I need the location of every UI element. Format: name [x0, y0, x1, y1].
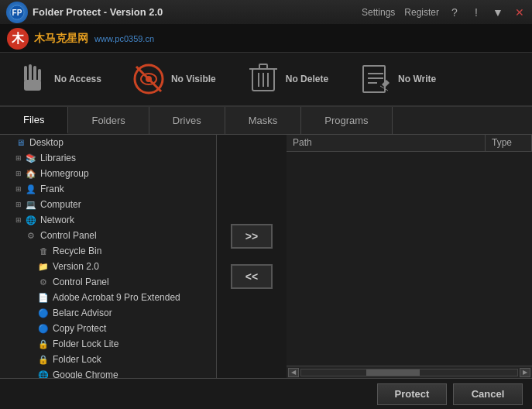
tree-item[interactable]: 🗑Recycle Bin: [0, 243, 216, 259]
tree-item[interactable]: ⊞👤Frank: [0, 181, 216, 197]
type-column-header: Type: [486, 135, 532, 151]
tree-item[interactable]: 🌐Google Chrome: [0, 367, 216, 378]
tree-item-label: Belarc Advisor: [53, 308, 112, 318]
tree-item[interactable]: ⊞💻Computer: [0, 197, 216, 212]
tree-item[interactable]: 🔵Copy Protect: [0, 321, 216, 336]
tree-item-label: Adobe Acrobat 9 Pro Extended: [53, 292, 180, 303]
tree-item-label: Computer: [40, 199, 81, 210]
tree-item[interactable]: 🔒Folder Lock: [0, 352, 216, 367]
no-visible-label: No Visible: [171, 74, 216, 84]
scroll-left-button[interactable]: ◀: [288, 368, 299, 377]
site-name: 木马克星网: [34, 32, 88, 46]
main-content: 🖥Desktop⊞📚Libraries⊞🏠Homegroup⊞👤Frank⊞💻C…: [0, 135, 532, 378]
tab-drives[interactable]: Drives: [149, 107, 225, 134]
no-access-label: No Access: [54, 74, 101, 84]
scroll-thumb: [366, 369, 420, 376]
tree-expand-icon: [26, 293, 36, 302]
tree-item[interactable]: ⊞📚Libraries: [0, 150, 216, 166]
tree-expand-icon: [26, 246, 36, 256]
tree-item-icon: 🗑: [37, 245, 50, 257]
tree-item-label: Frank: [40, 184, 64, 194]
tree-item-icon: 🌐: [25, 214, 37, 226]
tree-expand-icon: [26, 324, 36, 333]
tree-item[interactable]: 🔒Folder Lock Lite: [0, 336, 216, 352]
path-column-header: Path: [287, 135, 486, 151]
protect-button[interactable]: Protect: [377, 383, 447, 405]
tree-item[interactable]: 📄Adobe Acrobat 9 Pro Extended: [0, 290, 216, 305]
tree-item[interactable]: 🖥Desktop: [0, 135, 216, 150]
cancel-button[interactable]: Cancel: [453, 383, 523, 405]
svg-rect-8: [24, 80, 41, 91]
tree-item-label: Folder Lock: [53, 354, 101, 365]
tree-expand-icon: [14, 231, 23, 240]
svg-line-12: [136, 67, 161, 91]
tree-item-icon: 📚: [25, 152, 37, 164]
tab-folders[interactable]: Folders: [68, 107, 149, 134]
protected-files-panel: Path Type ◀ ▶: [287, 135, 532, 378]
tree-item[interactable]: ⊞🌐Network: [0, 212, 216, 228]
tree-expand-icon: ⊞: [14, 184, 23, 194]
logo-bar: 木 木马克星网 www.pc0359.cn: [0, 25, 532, 53]
svg-rect-6: [33, 66, 36, 81]
window-title: Folder Protect - Version 2.0: [33, 6, 362, 18]
horizontal-scrollbar[interactable]: ◀ ▶: [287, 366, 532, 378]
app-logo: FP: [6, 2, 28, 23]
tree-expand-icon: [26, 308, 36, 318]
tree-item-icon: 🔒: [37, 353, 50, 366]
tree-expand-icon: [26, 262, 36, 271]
tree-item-label: Libraries: [40, 153, 76, 163]
no-write-label: No Write: [398, 74, 436, 84]
no-access-tool[interactable]: No Access: [15, 63, 101, 95]
remove-from-list-button[interactable]: <<: [231, 264, 273, 289]
tree-item[interactable]: ⊞🏠Homegroup: [0, 166, 216, 181]
tab-programs[interactable]: Programs: [301, 107, 392, 134]
tree-expand-icon: ⊞: [14, 215, 23, 225]
no-visible-icon: [132, 63, 165, 95]
tree-item-label: Homegroup: [40, 168, 89, 179]
settings-menu[interactable]: Settings: [362, 7, 395, 18]
chevron-button[interactable]: ▼: [492, 6, 504, 19]
file-tree-panel: 🖥Desktop⊞📚Libraries⊞🏠Homegroup⊞👤Frank⊞💻C…: [0, 135, 217, 378]
hand-icon: [15, 63, 48, 95]
svg-rect-4: [24, 66, 27, 81]
close-button[interactable]: ✕: [513, 6, 526, 19]
tree-item[interactable]: ⚙Control Panel: [0, 274, 216, 290]
scroll-track[interactable]: [300, 369, 518, 376]
tree-item[interactable]: 📁Version 2.0: [0, 259, 216, 274]
tree-item-icon: ⚙: [25, 229, 37, 242]
tab-files[interactable]: Files: [0, 107, 68, 134]
site-url: www.pc0359.cn: [94, 34, 154, 43]
tree-item-label: Network: [40, 215, 74, 225]
register-menu[interactable]: Register: [404, 7, 439, 18]
tree-item-icon: ⚙: [37, 276, 50, 288]
tab-bar: Files Folders Drives Masks Programs: [0, 107, 532, 135]
tree-item-label: Recycle Bin: [53, 246, 101, 256]
no-visible-tool[interactable]: No Visible: [132, 63, 216, 95]
write-icon: [359, 63, 392, 95]
exclaim-button[interactable]: !: [470, 6, 482, 19]
tree-item[interactable]: 🔵Belarc Advisor: [0, 305, 216, 321]
tree-expand-icon: [26, 355, 36, 364]
add-to-list-button[interactable]: >>: [231, 224, 273, 249]
protected-files-list: [287, 152, 532, 366]
tab-masks[interactable]: Masks: [225, 107, 302, 134]
tree-expand-icon: [26, 370, 36, 378]
svg-rect-5: [29, 64, 32, 81]
help-button[interactable]: ?: [448, 6, 461, 19]
tree-expand-icon: [3, 138, 12, 147]
svg-rect-7: [38, 69, 41, 81]
svg-text:FP: FP: [12, 9, 22, 17]
scroll-right-button[interactable]: ▶: [520, 368, 530, 377]
tree-item-icon: 🌐: [37, 369, 50, 378]
tree-item-icon: 🔵: [37, 322, 50, 335]
tree-item-icon: 🏠: [25, 167, 37, 180]
tree-item[interactable]: ⚙Control Panel: [0, 228, 216, 243]
no-write-tool[interactable]: No Write: [359, 63, 436, 95]
title-controls: Settings Register ? ! ▼ ✕: [362, 6, 526, 19]
arrows-panel: >> <<: [217, 135, 287, 378]
tree-item-icon: 💻: [25, 198, 37, 211]
tree-expand-icon: [26, 277, 36, 287]
file-tree[interactable]: 🖥Desktop⊞📚Libraries⊞🏠Homegroup⊞👤Frank⊞💻C…: [0, 135, 216, 378]
tree-item-label: Folder Lock Lite: [53, 339, 118, 349]
no-delete-tool[interactable]: No Delete: [247, 63, 328, 95]
